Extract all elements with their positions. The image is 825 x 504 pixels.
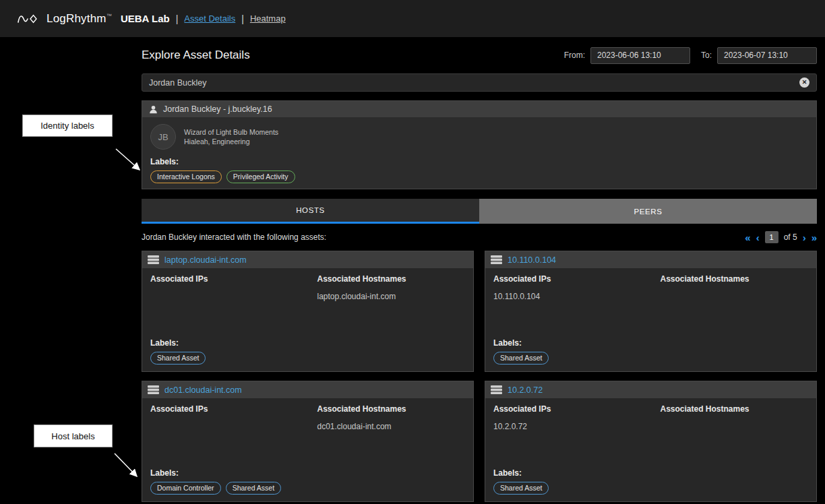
person-icon	[148, 104, 158, 115]
asset-link[interactable]: dc01.cloudai-int.com	[164, 385, 242, 395]
asset-card-header: dc01.cloudai-int.com	[142, 381, 473, 398]
host-label-pill: Shared Asset	[493, 482, 549, 495]
associated-ip	[150, 422, 317, 431]
identity-header-title: Jordan Buckley - j.buckley.16	[163, 104, 272, 114]
to-datetime-input[interactable]	[717, 47, 817, 64]
identity-panel: Jordan Buckley - j.buckley.16 JB Wizard …	[142, 100, 817, 189]
host-labels: Shared Asset	[493, 352, 808, 365]
first-page-button[interactable]: «	[745, 232, 750, 243]
to-label: To:	[701, 51, 712, 60]
asset-card: laptop.cloudai-int.com Associated IPs As…	[142, 251, 474, 372]
identity-label-pill: Privileged Activity	[226, 170, 295, 183]
host-label-pill: Shared Asset	[150, 352, 206, 365]
host-labels-heading: Labels:	[150, 338, 465, 348]
logrhythm-logo	[18, 11, 40, 26]
app-title: UEBA Lab	[121, 13, 170, 24]
host-label-pill: Shared Asset	[226, 482, 281, 495]
identity-annotation-arrow	[116, 149, 140, 170]
identity-role: Wizard of Light Bulb Moments	[184, 127, 278, 137]
from-label: From:	[564, 51, 585, 60]
clear-search-icon[interactable]: ✕	[799, 77, 809, 88]
asset-card-body: Associated IPs 10.2.0.72 Associated Host…	[485, 398, 816, 501]
host-labels-heading: Labels:	[493, 468, 808, 478]
pagination: « ‹ 1 of 5 › »	[745, 231, 817, 243]
top-navbar: LogRhythm™ UEBA Lab | Asset Details | He…	[0, 0, 825, 37]
summary-row: Jordan Buckley interacted with the follo…	[142, 230, 817, 244]
avatar: JB	[150, 124, 176, 150]
identity-label-pill: Interactive Logons	[150, 170, 222, 183]
server-icon	[491, 385, 502, 394]
page-title: Explore Asset Details	[142, 49, 564, 62]
asset-link[interactable]: 10.110.0.104	[508, 255, 556, 265]
associated-hostname: laptop.cloudai-int.com	[317, 292, 466, 301]
associated-hostname	[661, 292, 809, 301]
results-summary: Jordan Buckley interacted with the follo…	[142, 232, 745, 242]
asset-card: 10.110.0.104 Associated IPs 10.110.0.104…	[485, 251, 817, 372]
host-labels-heading: Labels:	[493, 338, 808, 348]
ips-heading: Associated IPs	[493, 404, 661, 414]
host-label-pill: Domain Controller	[150, 482, 221, 495]
main-content: Explore Asset Details From: To: Jordan B…	[142, 37, 817, 502]
host-labels: Shared Asset	[493, 482, 808, 495]
from-datetime-input[interactable]	[590, 47, 690, 64]
trademark-mark: ™	[106, 13, 112, 19]
ips-heading: Associated IPs	[150, 274, 317, 284]
hostnames-heading: Associated Hostnames	[317, 404, 466, 414]
asset-link[interactable]: laptop.cloudai-int.com	[164, 255, 247, 265]
asset-card-header: 10.110.0.104	[485, 251, 816, 268]
associated-hostname	[661, 422, 809, 431]
host-annotation-arrow	[115, 453, 137, 476]
hostnames-heading: Associated Hostnames	[661, 404, 809, 414]
associated-ip: 10.110.0.104	[493, 292, 661, 301]
identity-panel-header: Jordan Buckley - j.buckley.16	[142, 101, 816, 117]
search-bar[interactable]: Jordan Buckley ✕	[142, 73, 817, 92]
identity-panel-body: JB Wizard of Light Bulb Moments Hialeah,…	[142, 117, 816, 189]
asset-cards-grid: laptop.cloudai-int.com Associated IPs As…	[142, 251, 817, 502]
asset-card: 10.2.0.72 Associated IPs 10.2.0.72 Assoc…	[485, 381, 817, 502]
nav-separator: |	[176, 13, 179, 24]
hostnames-heading: Associated Hostnames	[317, 274, 466, 284]
annotation-identity-labels: Identity labels	[22, 115, 113, 137]
next-page-button[interactable]: ›	[803, 232, 806, 243]
annotation-host-labels: Host labels	[34, 424, 113, 447]
asset-card-header: 10.2.0.72	[485, 381, 816, 398]
search-input-value: Jordan Buckley	[149, 78, 799, 88]
host-labels: Domain Controller Shared Asset	[150, 482, 465, 495]
host-labels-heading: Labels:	[150, 468, 465, 478]
brand-name: LogRhythm™	[47, 12, 112, 26]
associated-ip	[150, 292, 317, 301]
nav-link-asset-details[interactable]: Asset Details	[184, 13, 235, 24]
associated-hostname: dc01.cloudai-int.com	[317, 422, 466, 431]
server-icon	[148, 385, 159, 394]
tab-peers[interactable]: PEERS	[479, 199, 817, 224]
asset-card-header: laptop.cloudai-int.com	[142, 251, 473, 268]
asset-card-body: Associated IPs Associated Hostnames dc01…	[142, 398, 473, 501]
asset-link[interactable]: 10.2.0.72	[508, 385, 543, 395]
prev-page-button[interactable]: ‹	[756, 232, 760, 243]
associated-ip: 10.2.0.72	[493, 422, 661, 431]
ips-heading: Associated IPs	[150, 404, 317, 414]
asset-card: dc01.cloudai-int.com Associated IPs Asso…	[142, 381, 474, 502]
tab-hosts[interactable]: HOSTS	[142, 199, 479, 224]
identity-labels: Interactive Logons Privileged Activity	[150, 170, 808, 183]
server-icon	[491, 255, 502, 264]
last-page-button[interactable]: »	[812, 232, 817, 243]
asset-card-body: Associated IPs 10.110.0.104 Associated H…	[485, 268, 816, 371]
nav-separator: |	[241, 13, 244, 24]
asset-card-body: Associated IPs Associated Hostnames lapt…	[142, 268, 473, 371]
ips-heading: Associated IPs	[493, 274, 661, 284]
nav-link-heatmap[interactable]: Heatmap	[250, 13, 286, 24]
tabs-bar: HOSTS PEERS	[142, 199, 817, 224]
identity-labels-heading: Labels:	[150, 157, 808, 166]
current-page[interactable]: 1	[765, 231, 778, 243]
host-labels: Shared Asset	[150, 352, 465, 365]
hostnames-heading: Associated Hostnames	[661, 274, 809, 284]
page-count: of 5	[784, 232, 797, 242]
server-icon	[148, 255, 159, 264]
identity-org: Hialeah, Engineering	[184, 137, 278, 146]
title-row: Explore Asset Details From: To:	[142, 45, 817, 65]
host-label-pill: Shared Asset	[493, 352, 549, 365]
